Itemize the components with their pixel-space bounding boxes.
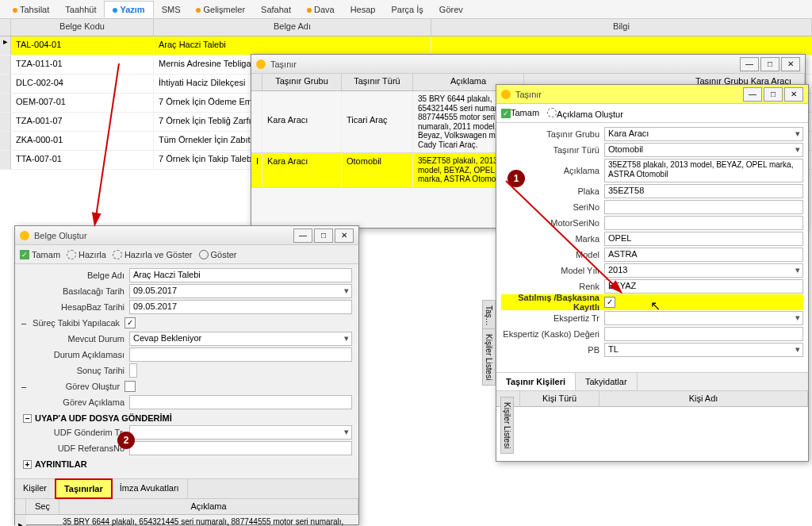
belge-subtabs: Kişiler Taşınırlar İmza Avukatları — [15, 478, 358, 499]
input-tasinir-turu[interactable]: Otomobil — [604, 143, 803, 157]
tab-tasinir-kisileri[interactable]: Taşınır Kişileri — [496, 373, 576, 390]
tab-sms[interactable]: SMS — [154, 2, 189, 17]
hazirla-goster-button[interactable]: Hazırla ve Göster — [113, 250, 193, 259]
dialog-title: Belge Oluştur — [34, 231, 292, 240]
col-tasinir-turu[interactable]: Taşınır Türü — [342, 74, 413, 90]
aciklama-olustur-button[interactable]: Açıklama Oluştur — [547, 108, 623, 119]
label-gorev-aciklama: Görev Açıklama — [21, 397, 129, 407]
hazirla-button[interactable]: Hazırla — [67, 250, 106, 259]
callout-2: 2 — [117, 432, 135, 449]
col-tasinir-grubu[interactable]: Taşınır Grubu — [262, 74, 342, 90]
tasinir-detail-titlebar[interactable]: Taşınır — □ ✕ — [496, 85, 808, 104]
detail-pane-tabs: Taşınır Kişileri Takyidatlar — [496, 372, 808, 391]
tab-takyidatlar[interactable]: Takyidatlar — [576, 373, 638, 390]
input-plaka[interactable]: 35EZT58 — [604, 184, 803, 198]
label-udf-ref: UDF ReferansNo — [21, 443, 129, 453]
input-pb[interactable]: TL — [604, 343, 803, 357]
label-model: Model — [501, 250, 604, 259]
col-belge-kodu[interactable]: Belge Kodu — [11, 19, 154, 36]
input-renk[interactable]: BEYAZ — [604, 279, 803, 294]
minimize-button[interactable]: — — [743, 87, 762, 102]
input-durum-aciklamasi[interactable] — [129, 347, 352, 362]
tab-dava[interactable]: Dava — [299, 2, 343, 17]
checkbox-gorev-olustur[interactable] — [124, 381, 136, 392]
label-serino: SeriNo — [501, 202, 604, 212]
input-belge-adi[interactable]: Araç Haczi Talebi — [129, 268, 352, 282]
input-ekspertiz-tr[interactable] — [604, 311, 803, 325]
cursor-icon: ↖ — [650, 298, 661, 313]
tab-gelismeler[interactable]: Gelişmeler — [188, 2, 253, 17]
dialog-title: Taşınır — [270, 60, 738, 69]
maximize-button[interactable]: □ — [314, 228, 333, 243]
checkbox-satilmis[interactable]: ✓ — [604, 297, 615, 308]
input-udf-ref[interactable] — [129, 441, 352, 455]
tab-tahsilat[interactable]: Tahsilat — [5, 2, 57, 17]
dialog-icon — [20, 231, 29, 240]
section-ayrintilar: AYRINTILAR — [35, 459, 87, 469]
input-udf-gonderim[interactable] — [129, 425, 352, 440]
label-ekspertiz-tr: Ekspertiz Tr — [501, 313, 604, 323]
input-serino[interactable] — [604, 200, 803, 214]
tasinir-list-titlebar[interactable]: Taşınır — □ ✕ — [251, 55, 805, 74]
col-kisi-adi[interactable]: Kişi Adı — [599, 391, 808, 406]
subtab-kisiler[interactable]: Kişiler — [15, 479, 56, 498]
side-tab-kisiler[interactable]: Kişiler Listesi — [482, 328, 496, 386]
input-model[interactable]: ASTRA — [604, 248, 803, 262]
input-tasinir-grubu[interactable]: Kara Aracı — [604, 127, 803, 141]
tab-gorev[interactable]: Görev — [431, 2, 471, 17]
main-tabs: Tahsilat Taahhüt Yazım SMS Gelişmeler Sa… — [0, 0, 812, 19]
input-sonuc-tarihi[interactable] — [129, 363, 137, 378]
input-hesapbaz-tarihi[interactable]: 09.05.2017 — [129, 300, 352, 314]
maximize-button[interactable]: □ — [764, 87, 783, 102]
input-gorev-aciklama[interactable] — [129, 395, 352, 409]
subtab-imza[interactable]: İmza Avukatları — [112, 479, 188, 498]
close-button[interactable]: ✕ — [781, 57, 800, 71]
label-tasinir-turu: Taşınır Türü — [501, 145, 604, 155]
label-pb: PB — [501, 345, 604, 355]
input-basilacagi-tarih[interactable]: 09.05.2017 — [129, 284, 352, 298]
grid-row[interactable]: ▸ TAL-004-01 Araç Haczi Talebi — [0, 36, 812, 56]
subtab-tasinirlar[interactable]: Taşınırlar — [55, 478, 113, 499]
belge-titlebar[interactable]: Belge Oluştur — □ ✕ — [15, 226, 358, 245]
input-modelyili[interactable]: 2013 — [604, 263, 803, 278]
tab-parcais[interactable]: Parça İş — [383, 2, 431, 17]
input-ekspertiz-deger[interactable] — [604, 327, 803, 341]
input-marka[interactable]: OPEL — [604, 232, 803, 246]
label-basilacagi-tarih: Basılacağı Tarih — [21, 286, 129, 296]
col-sec[interactable]: Seç — [26, 499, 59, 514]
collapse-toggle[interactable]: – — [23, 414, 32, 423]
checkbox-surec-takibi[interactable]: ✓ — [124, 317, 136, 328]
col-belge-adi[interactable]: Belge Adı — [154, 19, 431, 36]
tab-hesap[interactable]: Hesap — [343, 2, 384, 17]
input-mevcut-durum[interactable]: Cevap Bekleniyor — [129, 332, 352, 346]
tab-safahat[interactable]: Safahat — [253, 2, 299, 17]
close-button[interactable]: ✕ — [784, 87, 803, 102]
label-ekspertiz-deger: Ekspertiz (Kasko) Değeri — [501, 329, 604, 339]
goster-button[interactable]: Göster — [199, 250, 237, 259]
collapse-toggle[interactable]: – — [21, 382, 26, 391]
tab-yazim[interactable]: Yazım — [104, 1, 153, 17]
expand-toggle[interactable]: + — [23, 460, 32, 469]
detail-toolbar: ✓Tamam Açıklama Oluştur — [496, 104, 808, 123]
inner-grid-row[interactable]: ▸ 35 BRY 6644 plakalı, 654321445 seri nu… — [15, 515, 358, 526]
maximize-button[interactable]: □ — [760, 57, 779, 71]
label-mevcut-durum: Mevcut Durum — [21, 334, 129, 344]
label-gorev-olustur: Görev Oluştur — [29, 382, 124, 391]
side-tab-tas[interactable]: Taş… — [482, 300, 496, 332]
collapse-toggle[interactable]: – — [21, 318, 26, 328]
tab-taahhut[interactable]: Taahhüt — [57, 2, 104, 17]
close-button[interactable]: ✕ — [335, 228, 354, 243]
tamam-button[interactable]: ✓Tamam — [501, 108, 539, 118]
col-bilgi[interactable]: Bilgi — [431, 19, 812, 36]
minimize-button[interactable]: — — [293, 228, 312, 243]
col-kisi-turu[interactable]: Kişi Türü — [520, 391, 599, 406]
side-tab-kisiler-2[interactable]: Kişiler Listesi — [500, 397, 514, 454]
tamam-button[interactable]: ✓Tamam — [20, 250, 60, 259]
minimize-button[interactable]: — — [740, 57, 759, 71]
section-uyap: UYAP'A UDF DOSYA GÖNDERİMİ — [35, 413, 172, 423]
col-aciklama[interactable]: Açıklama — [59, 499, 358, 514]
input-motorserino[interactable] — [604, 216, 803, 230]
label-tasinir-grubu: Taşınır Grubu — [501, 129, 604, 139]
label-sonuc-tarihi: Sonuç Tarihi — [21, 366, 129, 375]
input-aciklama[interactable]: 35EZT58 plakalı, 2013 model, BEYAZ, OPEL… — [604, 159, 803, 182]
